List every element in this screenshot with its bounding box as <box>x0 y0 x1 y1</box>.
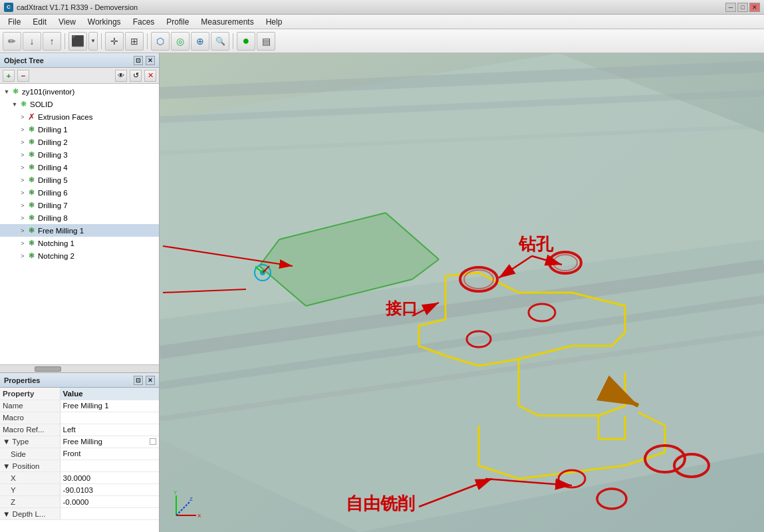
maximize-button[interactable]: □ <box>737 3 748 12</box>
tree-item-notching2[interactable]: > ❃ Notching 2 <box>0 249 159 262</box>
prop-row-macro: Macro <box>0 412 159 424</box>
tree-visibility-button[interactable]: 👁 <box>115 70 127 82</box>
viewport[interactable]: 钻孔 接口 自由铣削 X Y Z <box>160 53 764 532</box>
tree-item-drilling4[interactable]: > ❃ Drilling 4 <box>0 161 159 174</box>
go-button[interactable]: ● <box>237 32 255 51</box>
tree-icon-solid: ❋ <box>19 100 28 109</box>
properties-pin-button[interactable]: ⊡ <box>134 376 143 385</box>
tree-item-drilling5[interactable]: > ❃ Drilling 5 <box>0 174 159 186</box>
prop-side-label: Side <box>0 448 60 460</box>
annotation-drilling: 钻孔 <box>519 233 553 256</box>
close-button[interactable]: ✕ <box>749 3 760 12</box>
draw-tool-button[interactable]: ✏ <box>3 32 21 51</box>
prop-y-label: Y <box>0 484 60 496</box>
tree-label-drilling5: Drilling 5 <box>38 176 68 184</box>
menu-profile[interactable]: Profile <box>161 16 194 28</box>
tree-item-drilling7[interactable]: > ❃ Drilling 7 <box>0 199 159 211</box>
properties-title: Properties <box>4 376 131 384</box>
properties-close-button[interactable]: ✕ <box>146 376 155 385</box>
prop-x-label: X <box>0 472 60 484</box>
toolbar-separator-3 <box>147 33 148 49</box>
menu-view[interactable]: View <box>53 16 81 28</box>
menu-faces[interactable]: Faces <box>128 16 160 28</box>
tree-toolbar: + − 👁 ↺ ✕ <box>0 68 159 84</box>
scene-svg <box>160 53 764 532</box>
move-tool-button[interactable]: ✛ <box>105 32 124 51</box>
prop-macro-value <box>60 412 159 424</box>
tree-item-root[interactable]: ▼ ❋ zy101(inventor) <box>0 85 159 98</box>
menu-file[interactable]: File <box>3 16 26 28</box>
select-box-button[interactable]: ⊞ <box>125 32 144 51</box>
prop-z-label: Z <box>0 496 60 508</box>
menu-help[interactable]: Help <box>261 16 288 28</box>
tree-arrow-notching2: > <box>19 252 27 260</box>
tree-arrow-root: ▼ <box>3 88 11 96</box>
menu-bar: File Edit View Workings Faces Profile Me… <box>0 15 764 29</box>
prop-col-property: Property <box>0 388 60 400</box>
prop-col-value: Value <box>60 388 159 400</box>
prop-x-value: 30.0000 <box>60 472 159 484</box>
title-bar: C cadXtract V1.71 R339 - Demoversion ─ □… <box>0 0 764 15</box>
tree-item-drilling3[interactable]: > ❃ Drilling 3 <box>0 148 159 161</box>
properties-header: Properties ⊡ ✕ <box>0 373 159 388</box>
tree-scroll-thumb[interactable] <box>35 366 61 372</box>
tree-icon-extrusion: ✗ <box>27 112 36 122</box>
tree-item-drilling6[interactable]: > ❃ Drilling 6 <box>0 186 159 199</box>
tree-label-freemilling1: Free Milling 1 <box>38 227 84 235</box>
prop-macroref-value: Left <box>60 424 159 436</box>
down-arrow-button[interactable]: ↓ <box>23 32 41 51</box>
zoom-button[interactable]: 🔍 <box>211 32 229 51</box>
snap-button[interactable]: ⊕ <box>191 32 209 51</box>
tree-label-solid: SOLID <box>30 100 53 108</box>
object-tree-header: Object Tree ⊡ ✕ <box>0 53 159 68</box>
tree-item-drilling8[interactable]: > ❃ Drilling 8 <box>0 211 159 224</box>
prop-type-text: Free Milling <box>63 438 102 446</box>
main-area: Object Tree ⊡ ✕ + − 👁 ↺ ✕ ▼ ❋ zy101(inve… <box>0 53 764 532</box>
tree-add-button[interactable]: + <box>3 70 15 82</box>
prop-side-value: Front <box>60 448 159 460</box>
tree-item-extrusion[interactable]: > ✗ Extrusion Faces <box>0 110 159 123</box>
object-tree-pin-button[interactable]: ⊡ <box>134 56 143 65</box>
tree-horizontal-scrollbar[interactable] <box>0 364 159 372</box>
prop-row-type: ▼ Type Free Milling <box>0 436 159 448</box>
tree-label-drilling8: Drilling 8 <box>38 214 68 222</box>
prop-row-macroref: Macro Ref... Left <box>0 424 159 436</box>
prop-position-label: ▼ Position <box>0 460 60 472</box>
cube-dropdown[interactable]: ▼ <box>88 32 98 51</box>
prop-row-depth: ▼ Depth L... <box>0 508 159 520</box>
cube-button[interactable]: ⬛ <box>68 32 87 51</box>
properties-table: Property Value Name Free Milling 1 Macro… <box>0 388 159 520</box>
orbit-button[interactable]: ◎ <box>171 32 190 51</box>
tree-content[interactable]: ▼ ❋ zy101(inventor) ▼ ❋ SOLID > ✗ Extrus… <box>0 84 159 364</box>
tree-label-notching1: Notching 1 <box>38 239 74 247</box>
tree-item-freemilling1[interactable]: > ❃ Free Milling 1 <box>0 224 159 237</box>
prop-row-x: X 30.0000 <box>0 472 159 484</box>
tree-remove-button[interactable]: − <box>17 70 29 82</box>
menu-edit[interactable]: Edit <box>27 16 52 28</box>
tree-item-notching1[interactable]: > ❃ Notching 1 <box>0 237 159 249</box>
tree-icon-drilling6: ❃ <box>27 188 36 198</box>
app-title: cadXtract V1.71 R339 - Demoversion <box>17 3 725 11</box>
face-tool-button[interactable]: ⬡ <box>151 32 170 51</box>
tree-label-drilling2: Drilling 2 <box>38 138 68 146</box>
type-indicator <box>150 438 156 445</box>
svg-text:Z: Z <box>190 496 193 502</box>
tree-icon-freemilling1: ❃ <box>27 226 36 235</box>
export-button[interactable]: ▤ <box>257 32 275 51</box>
toolbar-separator-1 <box>64 33 65 49</box>
tree-label-drilling6: Drilling 6 <box>38 189 68 197</box>
tree-undo-button[interactable]: ↺ <box>130 70 142 82</box>
menu-workings[interactable]: Workings <box>82 16 126 28</box>
tree-icon-drilling4: ❃ <box>27 163 36 172</box>
object-tree-close-button[interactable]: ✕ <box>146 56 155 65</box>
tree-arrow-drilling1: > <box>19 126 27 134</box>
tree-item-solid[interactable]: ▼ ❋ SOLID <box>0 98 159 110</box>
tree-item-drilling1[interactable]: > ❃ Drilling 1 <box>0 123 159 136</box>
up-arrow-button[interactable]: ↑ <box>43 32 61 51</box>
minimize-button[interactable]: ─ <box>725 3 736 12</box>
menu-measurements[interactable]: Measurements <box>195 16 259 28</box>
tree-icon-drilling8: ❃ <box>27 213 36 223</box>
tree-item-drilling2[interactable]: > ❃ Drilling 2 <box>0 136 159 148</box>
tree-clear-button[interactable]: ✕ <box>144 70 156 82</box>
tree-label-notching2: Notching 2 <box>38 252 74 260</box>
